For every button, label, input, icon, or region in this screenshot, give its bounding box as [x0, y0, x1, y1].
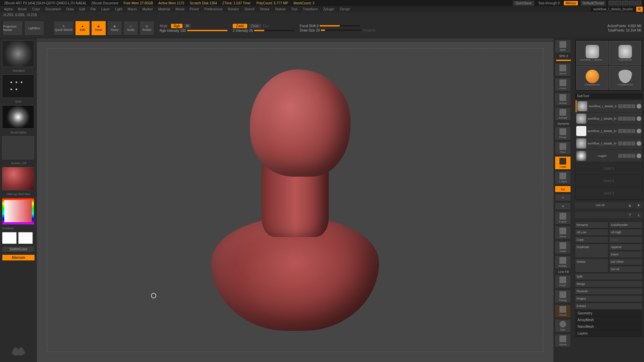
menu-stencil[interactable]: Stencil: [241, 7, 257, 12]
menu-layer[interactable]: Layer: [99, 7, 112, 12]
insert-button[interactable]: Insert: [609, 251, 643, 258]
switch-color-button[interactable]: SwitchColor: [2, 246, 35, 252]
menu-file[interactable]: File: [88, 7, 99, 12]
zoom-button[interactable]: Zoom: [555, 78, 571, 91]
main-color-swatch[interactable]: [2, 232, 17, 244]
rotate-nav-button[interactable]: Rotate: [555, 255, 571, 269]
mirror-x-button[interactable]: ⊙: [555, 194, 571, 201]
scroll-button[interactable]: Scroll: [555, 63, 571, 76]
focal-track[interactable]: [320, 25, 360, 26]
draw-mode-button[interactable]: ✥Draw: [91, 21, 106, 36]
alternate-button[interactable]: Alternate: [2, 254, 35, 261]
subtool-row-2[interactable]: workflow_I_details_brushes2: [576, 125, 642, 137]
close-icon[interactable]: [635, 1, 641, 5]
aahalf-button[interactable]: AAHalf: [555, 107, 571, 121]
menu-stroke[interactable]: Stroke: [257, 7, 272, 12]
visibility-icon[interactable]: [637, 154, 641, 158]
mirror-y-button[interactable]: ⊕: [555, 202, 571, 210]
texture-selector[interactable]: [2, 136, 34, 160]
section-nanomesh[interactable]: NanoMesh: [575, 323, 643, 330]
move-down-icon[interactable]: ▼: [635, 202, 643, 208]
sculpt-model[interactable]: [208, 69, 382, 331]
menu-document[interactable]: Document: [43, 7, 64, 12]
xpose-button[interactable]: Xpose: [555, 334, 571, 347]
scale-nav-button[interactable]: Scale: [555, 241, 571, 254]
rgb-button[interactable]: Rgb: [171, 24, 182, 28]
autoreorder-button[interactable]: AutoReorder: [609, 222, 643, 228]
xyz-button[interactable]: Xyz: [555, 186, 571, 192]
subtool-row-0[interactable]: workflow_I_details_brushes: [576, 100, 642, 112]
minimize-icon[interactable]: [615, 1, 621, 5]
subtool-row-1[interactable]: workflow_I_details_brushes: [576, 113, 642, 125]
bpr-button[interactable]: BPR: [555, 40, 571, 53]
restore-icon[interactable]: [622, 1, 628, 5]
seethrough-slider[interactable]: See-through 0: [537, 1, 561, 5]
edit-mode-button[interactable]: ✦Edit: [75, 21, 90, 36]
transp-button[interactable]: Transp: [555, 290, 571, 303]
tool-thumb-3[interactable]: PolyMesh3D: [609, 66, 641, 90]
zcut-button[interactable]: Zcut: [263, 24, 273, 28]
move-top-icon[interactable]: ⤒: [626, 212, 634, 218]
menu-macro[interactable]: Macro: [125, 7, 140, 12]
menu-texture[interactable]: Texture: [272, 7, 288, 12]
tool-thumb-1[interactable]: Cylinder3D: [609, 41, 641, 65]
menu-picker[interactable]: Picker: [187, 7, 202, 12]
project-button[interactable]: Project: [575, 295, 643, 302]
spix-label[interactable]: SPix 3: [555, 54, 572, 58]
lsym-button[interactable]: L.Sym: [555, 171, 571, 184]
move-bottom-icon[interactable]: ⤓: [635, 212, 643, 218]
color-picker[interactable]: [2, 198, 34, 225]
subtool-header[interactable]: SubTool: [575, 93, 643, 99]
visibility-icon[interactable]: [637, 141, 641, 146]
menu-brush[interactable]: Brush: [15, 7, 30, 12]
quick-sketch-button[interactable]: ✎Quick Sketch: [54, 21, 74, 36]
move-mode-button[interactable]: ✥Move: [107, 21, 122, 36]
menu-edit[interactable]: Edit: [77, 7, 88, 12]
z-intensity-track[interactable]: [254, 30, 294, 31]
move-up-icon[interactable]: ▲: [626, 202, 634, 208]
section-arraymesh[interactable]: ArrayMesh: [575, 317, 643, 323]
brush-selector[interactable]: [2, 40, 34, 67]
subtool-row-4[interactable]: Augen: [576, 150, 642, 162]
delete-button[interactable]: Delete: [575, 258, 608, 273]
visibility-icon[interactable]: [637, 129, 641, 133]
lightbox-button[interactable]: LightBox: [24, 21, 44, 36]
default-script[interactable]: DefaultZScript: [581, 1, 606, 6]
menu-light[interactable]: Light: [112, 7, 125, 12]
solo-button[interactable]: Solo: [555, 319, 571, 333]
z-intensity-slider[interactable]: Z Intensity 25: [233, 29, 253, 33]
draw-size-slider[interactable]: Draw Size 29: [300, 28, 320, 32]
spix-slider[interactable]: [556, 60, 571, 61]
append-button[interactable]: Append: [609, 244, 643, 250]
persp-button[interactable]: Persp: [555, 127, 571, 140]
del-other-button[interactable]: Del Other: [609, 258, 643, 265]
subtool-row-3[interactable]: workflow_I_details_brushes: [576, 137, 642, 149]
split-button[interactable]: Split: [575, 273, 643, 280]
menu-transform[interactable]: Transform: [300, 7, 320, 12]
maximize-icon[interactable]: [629, 1, 635, 5]
zsub-button[interactable]: Zsub: [249, 24, 261, 28]
section-layers[interactable]: Layers: [575, 330, 643, 337]
viewport[interactable]: [37, 38, 553, 362]
rename-button[interactable]: Rename: [575, 222, 608, 228]
menu-alpha[interactable]: Alpha: [1, 7, 15, 12]
projection-master-button[interactable]: Projection Master: [3, 21, 23, 36]
visibility-icon[interactable]: [637, 116, 641, 121]
remesh-button[interactable]: Remesh: [575, 288, 643, 295]
menu-draw[interactable]: Draw: [63, 7, 76, 12]
move-nav-button[interactable]: Move: [555, 226, 571, 239]
quicksave-button[interactable]: QuickSave: [513, 1, 534, 6]
dynamic-label[interactable]: Dynamic: [363, 28, 376, 32]
merge-button[interactable]: Merge: [575, 281, 643, 287]
actual-button[interactable]: Actual: [555, 93, 571, 106]
focal-shift-slider[interactable]: Focal Shift 0: [300, 24, 319, 28]
help-icon[interactable]: [608, 1, 614, 5]
extract-button[interactable]: Extract: [575, 303, 643, 309]
m-button[interactable]: M: [184, 24, 191, 28]
floor-button[interactable]: Floor: [555, 141, 571, 155]
draw-size-track[interactable]: [321, 29, 361, 31]
visibility-icon[interactable]: [637, 104, 641, 109]
all-high-button[interactable]: All High: [609, 229, 643, 236]
secondary-color-swatch[interactable]: [18, 232, 33, 244]
rgb-intensity-track[interactable]: [187, 30, 227, 31]
